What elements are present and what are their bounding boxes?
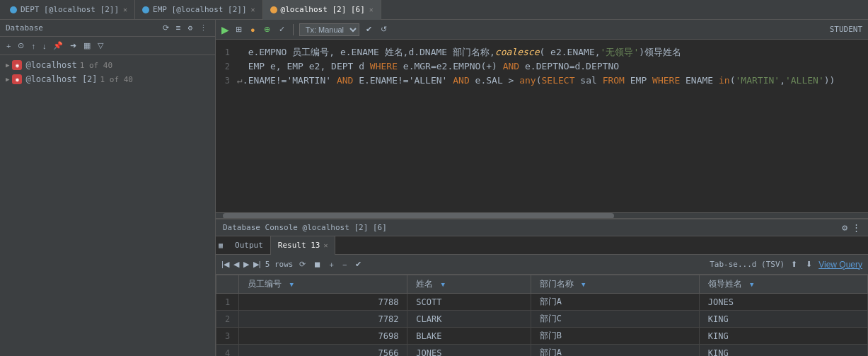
sidebar-collapse-btn[interactable]: ↑ — [29, 41, 37, 51]
col-header-mgr[interactable]: 领导姓名 ▼ — [699, 275, 867, 294]
sidebar-table-btn[interactable]: ▦ — [81, 40, 93, 51]
editor-undo-btn[interactable]: ↺ — [378, 24, 389, 35]
col-header-ename[interactable]: 姓名 ▼ — [407, 275, 531, 294]
sidebar-pin-btn[interactable]: 📌 — [51, 40, 65, 51]
sidebar-header: Database ⟳ ≡ ⚙ ⋮ — [0, 20, 215, 37]
cell-dname: 部门B — [531, 328, 699, 345]
bottom-tab-result[interactable]: Result 13 ✕ — [271, 236, 336, 255]
tab-console[interactable]: @localhost [2] [6] ✕ — [263, 0, 381, 20]
tab-dept-icon — [10, 6, 17, 13]
table-header-row: 员工编号 ▼ 姓名 ▼ 部门名称 ▼ — [216, 275, 868, 294]
editor-btn-orange[interactable]: ● — [248, 25, 257, 35]
tab-dept[interactable]: DEPT [@localhost [2]] ✕ — [3, 0, 135, 20]
editor-sep-1 — [293, 24, 294, 35]
result-stop-btn[interactable]: ◼ — [312, 259, 323, 270]
sort-mgr-icon[interactable]: ▼ — [750, 281, 753, 288]
sidebar-toolbar: + ⊙ ↑ ↓ 📌 ➜ ▦ ▽ — [0, 37, 215, 55]
last-page-btn[interactable]: ▶| — [253, 260, 261, 269]
cell-empno: 7698 — [239, 328, 407, 345]
sidebar-sync-icon[interactable]: ⟳ — [161, 23, 171, 33]
next-page-btn[interactable]: ▶ — [243, 260, 249, 269]
line-num-1: 1 — [216, 45, 237, 59]
bottom-tab-icon-grid[interactable]: ▦ — [219, 241, 223, 249]
data-table: 员工编号 ▼ 姓名 ▼ 部门名称 ▼ — [216, 275, 868, 356]
result-copy-btn[interactable]: ⬇ — [804, 259, 814, 270]
cell-mgr: KING — [699, 345, 867, 357]
tab-bar: DEPT [@localhost [2]] ✕ EMP [@localhost … — [0, 0, 868, 20]
sql-editor[interactable]: 1 e.EMPNO 员工编号, e.ENAME 姓名,d.DNAME 部门名称,… — [216, 40, 868, 212]
tx-mode-select[interactable]: Tx: Manual — [299, 23, 359, 36]
sql-line-3: 3 ↵.ENAME!='MARTIN' AND E.ENAME!='ALLEN'… — [216, 74, 868, 88]
bottom-tab-output[interactable]: Output — [228, 236, 271, 255]
db-icon-2: ◉ — [12, 74, 22, 84]
result-delete-btn[interactable]: − — [340, 260, 349, 270]
add-connection-btn[interactable]: + — [4, 41, 13, 51]
editor-scrollbar[interactable] — [216, 212, 868, 218]
tab-console-close[interactable]: ✕ — [369, 6, 374, 13]
result-tab-label: Result 13 — [278, 241, 320, 250]
cell-empno: 7782 — [239, 311, 407, 328]
cell-ename: JONES — [407, 345, 531, 357]
sidebar-header-icons: ⟳ ≡ ⚙ ⋮ — [161, 23, 209, 33]
run-button[interactable]: ▶ — [221, 24, 229, 35]
output-tab-label: Output — [235, 241, 263, 250]
col-header-dname[interactable]: 部门名称 ▼ — [531, 275, 699, 294]
col-dname-label: 部门名称 — [540, 279, 574, 289]
cell-rownum: 1 — [216, 294, 239, 311]
sidebar-nav-btn[interactable]: ➜ — [68, 40, 79, 51]
sort-ename-icon[interactable]: ▼ — [441, 281, 445, 288]
main-layout: Database ⟳ ≡ ⚙ ⋮ + ⊙ ↑ ↓ 📌 ➜ ▦ ▽ ▶ ◉ @lo… — [0, 20, 868, 356]
result-export-btn[interactable]: ⬆ — [789, 259, 799, 270]
bottom-panel-title: Database Console @localhost [2] [6] — [223, 223, 387, 232]
view-query-button[interactable]: View Query — [818, 260, 862, 270]
sidebar-item-localhost1[interactable]: ▶ ◉ @localhost 1 of 40 — [0, 58, 215, 72]
tab-console-label: @localhost [2] [6] — [281, 5, 365, 14]
bottom-tabs: ▦ Output Result 13 ✕ — [216, 236, 868, 255]
sidebar-item-localhost2[interactable]: ▶ ◉ @localhost [2] 1 of 40 — [0, 72, 215, 86]
sort-dname-icon[interactable]: ▼ — [581, 281, 585, 288]
editor-btn-green[interactable]: ⊕ — [262, 24, 272, 35]
line-num-3: 3 — [216, 74, 237, 88]
sidebar-settings-icon[interactable]: ⚙ — [185, 23, 195, 33]
sidebar-more-icon[interactable]: ⋮ — [197, 23, 209, 33]
sidebar-list-icon[interactable]: ≡ — [174, 23, 183, 33]
result-refresh-btn[interactable]: ⟳ — [297, 259, 308, 270]
first-page-btn[interactable]: |◀ — [221, 260, 229, 269]
sidebar-filter-btn[interactable]: ▽ — [96, 40, 105, 51]
localhost2-sub: 1 of 40 — [100, 75, 133, 84]
editor-toolbar: ▶ ⊞ ● ⊕ ✓ Tx: Manual ✔ ↺ STUDENT — [216, 20, 868, 40]
sidebar-expand-btn[interactable]: ↓ — [40, 41, 49, 51]
sort-empno-icon[interactable]: ▼ — [289, 281, 293, 288]
editor-tick-btn[interactable]: ✔ — [364, 24, 374, 35]
cell-mgr: KING — [699, 311, 867, 328]
result-submit-btn[interactable]: ✔ — [353, 259, 364, 270]
cell-rownum: 4 — [216, 345, 239, 357]
result-add-btn[interactable]: + — [327, 260, 335, 270]
prev-page-btn[interactable]: ◀ — [233, 260, 239, 269]
bottom-tab-icons: ▦ — [219, 241, 225, 249]
bottom-gear-icon[interactable]: ⚙ — [842, 222, 847, 233]
result-tab-close[interactable]: ✕ — [323, 241, 328, 249]
sidebar-refresh-btn[interactable]: ⊙ — [16, 40, 26, 51]
editor-section: ▶ ⊞ ● ⊕ ✓ Tx: Manual ✔ ↺ STUDENT 1 e.EMP… — [216, 20, 868, 218]
editor-btn-1[interactable]: ⊞ — [233, 24, 244, 35]
editor-btn-commit[interactable]: ✓ — [277, 24, 287, 35]
cell-dname: 部门A — [531, 294, 699, 311]
tab-emp[interactable]: EMP [@localhost [2]] ✕ — [135, 0, 262, 20]
bottom-settings-icon[interactable]: ⋮ — [852, 222, 861, 233]
cell-mgr: KING — [699, 328, 867, 345]
tab-emp-icon — [142, 6, 149, 13]
cell-dname: 部门A — [531, 345, 699, 357]
cell-dname: 部门C — [531, 311, 699, 328]
row-count: 5 rows — [265, 260, 294, 269]
tab-dept-close[interactable]: ✕ — [123, 6, 127, 13]
sidebar-tree: ▶ ◉ @localhost 1 of 40 ▶ ◉ @localhost [2… — [0, 55, 215, 356]
content-area: ▶ ⊞ ● ⊕ ✓ Tx: Manual ✔ ↺ STUDENT 1 e.EMP… — [216, 20, 868, 356]
col-ename-label: 姓名 — [416, 279, 433, 289]
tab-emp-close[interactable]: ✕ — [251, 6, 255, 13]
cell-rownum: 3 — [216, 328, 239, 345]
col-header-empno[interactable]: 员工编号 ▼ — [239, 275, 407, 294]
bottom-header-icons: ⚙ ⋮ — [842, 222, 861, 233]
cell-ename: SCOTT — [407, 294, 531, 311]
cell-ename: CLARK — [407, 311, 531, 328]
